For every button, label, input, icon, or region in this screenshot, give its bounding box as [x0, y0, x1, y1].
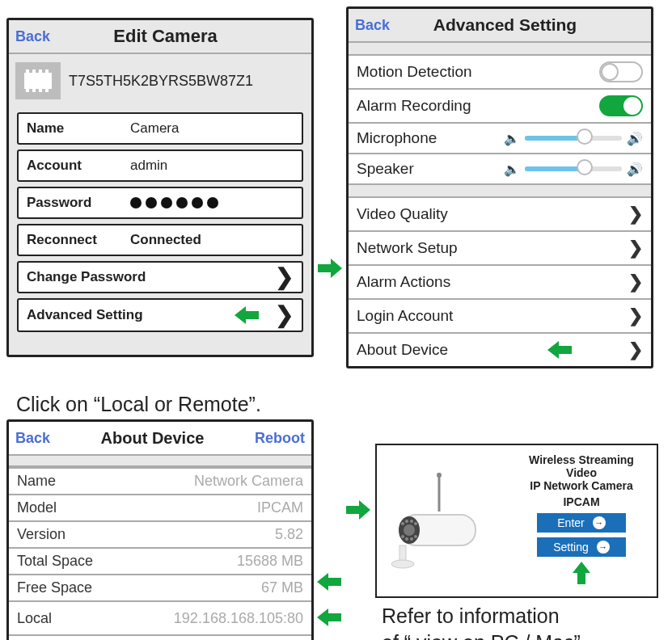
alarm-recording-toggle[interactable] — [599, 95, 643, 116]
about-name-value: Network Camera — [194, 473, 303, 490]
network-setup-row[interactable]: Network Setup ❯ — [349, 232, 651, 266]
enter-button[interactable]: Enter → — [537, 513, 626, 533]
arrow-circle-icon: → — [597, 541, 610, 554]
speaker-row: Speaker 🔈 🔊 — [349, 154, 651, 185]
network-setup-label: Network Setup — [357, 239, 628, 257]
flow-arrow-icon — [318, 259, 342, 278]
web-title-line2: IP Network Camera — [514, 479, 649, 492]
chevron-right-icon: ❯ — [628, 305, 643, 326]
advanced-setting-row[interactable]: Advanced Setting ❯ — [17, 298, 303, 332]
volume-high-icon: 🔊 — [627, 162, 643, 177]
about-local-value: 192.168.168.105:80 — [174, 610, 303, 627]
camera-id: T7S5TH5K2BYRS5BW87Z1 — [69, 73, 253, 90]
enter-label: Enter — [557, 516, 584, 529]
about-freespace-label: Free Space — [17, 579, 261, 596]
setting-button[interactable]: Setting → — [537, 537, 626, 557]
chevron-right-icon: ❯ — [628, 238, 643, 259]
caption-line1: Refer to information — [375, 598, 658, 629]
separator — [349, 43, 651, 56]
about-device-row[interactable]: About Device ❯ — [349, 334, 651, 366]
alarm-recording-row: Alarm Recording — [349, 90, 651, 124]
pointer-arrow-icon — [317, 573, 343, 591]
separator — [349, 185, 651, 198]
svg-rect-7 — [39, 89, 42, 92]
svg-point-21 — [405, 520, 408, 523]
about-model-row: Model IPCAM — [9, 494, 311, 520]
svg-point-27 — [414, 535, 417, 538]
svg-point-19 — [404, 524, 415, 536]
about-device-screen: Back About Device Reboot Name Network Ca… — [6, 419, 314, 640]
chevron-right-icon: ❯ — [628, 272, 643, 293]
microphone-slider[interactable] — [525, 136, 622, 141]
name-value: Camera — [116, 120, 294, 137]
password-label: Password — [27, 195, 116, 211]
about-version-value: 5.82 — [275, 526, 303, 543]
reconnect-field[interactable]: Reconnect Connected — [17, 224, 303, 256]
about-local-row[interactable]: Local 192.168.168.105:80 — [9, 600, 311, 634]
reboot-button[interactable]: Reboot — [255, 430, 305, 447]
web-interface-panel: Wireless Streaming Video IP Network Came… — [375, 444, 658, 598]
about-totalspace-value: 15688 MB — [237, 553, 303, 570]
svg-marker-13 — [317, 608, 341, 626]
instruction-text: Click on “Local or Remote”. — [6, 368, 666, 419]
svg-point-26 — [410, 537, 413, 541]
svg-rect-5 — [26, 89, 29, 92]
pointer-arrow-icon — [317, 608, 343, 626]
web-title-line1: Wireless Streaming Video — [514, 453, 649, 479]
svg-rect-6 — [32, 89, 36, 92]
change-password-row[interactable]: Change Password ❯ — [17, 261, 303, 293]
about-freespace-value: 67 MB — [261, 579, 303, 596]
svg-rect-1 — [26, 69, 29, 73]
page-title: Edit Camera — [26, 26, 305, 47]
film-icon — [15, 62, 61, 99]
arrow-circle-icon: → — [593, 516, 606, 529]
alarm-recording-label: Alarm Recording — [357, 97, 599, 115]
header: Back Edit Camera — [9, 20, 311, 54]
pointer-arrow-icon — [547, 341, 572, 359]
svg-rect-4 — [45, 69, 49, 73]
motion-detection-toggle[interactable] — [599, 61, 643, 82]
login-account-row[interactable]: Login Account ❯ — [349, 300, 651, 334]
web-title-line3: IPCAM — [514, 495, 649, 508]
camera-illustration — [385, 473, 506, 570]
svg-marker-10 — [318, 259, 342, 278]
alarm-actions-row[interactable]: Alarm Actions ❯ — [349, 266, 651, 300]
svg-point-23 — [414, 522, 417, 525]
microphone-label: Microphone — [357, 129, 504, 147]
speaker-slider[interactable] — [525, 166, 622, 171]
svg-point-20 — [401, 522, 404, 525]
back-button[interactable]: Back — [15, 430, 50, 447]
volume-low-icon: 🔈 — [504, 162, 520, 177]
svg-rect-3 — [39, 69, 42, 73]
video-quality-label: Video Quality — [357, 205, 628, 223]
edit-camera-screen: Back Edit Camera T7S5TH5K2BYRS5BW87Z1 Na… — [6, 18, 314, 357]
setting-label: Setting — [553, 541, 589, 554]
svg-marker-9 — [235, 306, 259, 324]
svg-rect-8 — [45, 89, 49, 92]
password-dots — [116, 197, 218, 208]
volume-low-icon: 🔈 — [504, 131, 520, 146]
about-remote-row[interactable]: Remote 220.113.165.186:8150 — [9, 634, 311, 640]
account-label: Account — [27, 158, 116, 174]
about-model-label: Model — [17, 499, 257, 516]
name-label: Name — [27, 120, 116, 137]
account-field[interactable]: Account admin — [17, 149, 303, 182]
chevron-right-icon: ❯ — [628, 339, 643, 360]
pointer-arrow-icon — [573, 562, 590, 584]
advanced-setting-screen: Back Advanced Setting Motion Detection A… — [346, 6, 653, 368]
header: Back Advanced Setting — [349, 9, 651, 43]
change-password-label: Change Password — [27, 269, 275, 285]
video-quality-row[interactable]: Video Quality ❯ — [349, 198, 651, 232]
microphone-row: Microphone 🔈 🔊 — [349, 124, 651, 154]
password-field[interactable]: Password — [17, 187, 303, 219]
svg-point-25 — [405, 537, 408, 541]
about-totalspace-row: Total Space 15688 MB — [9, 547, 311, 574]
page-title: About Device — [50, 429, 255, 448]
motion-detection-label: Motion Detection — [357, 63, 599, 81]
name-field[interactable]: Name Camera — [17, 112, 303, 145]
advanced-setting-label: Advanced Setting — [27, 307, 235, 323]
svg-marker-12 — [317, 573, 341, 591]
svg-rect-0 — [24, 73, 52, 89]
chevron-right-icon: ❯ — [628, 204, 643, 225]
about-version-label: Version — [17, 526, 275, 543]
